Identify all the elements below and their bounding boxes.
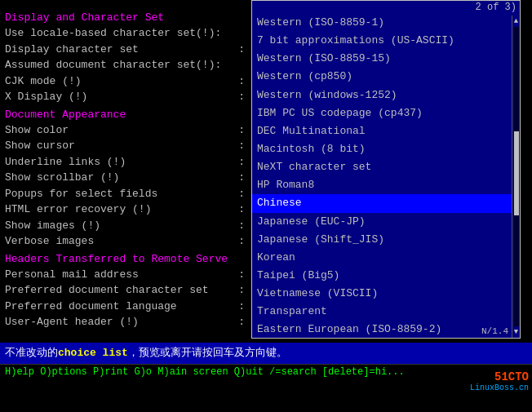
colon: : — [238, 122, 245, 139]
scrollbar[interactable]: ▲ ▼ — [512, 16, 520, 338]
page-indicator: 2 of 3) — [476, 2, 516, 13]
setting-row: Verbose images : — [5, 233, 246, 250]
colon: : — [238, 267, 245, 283]
version-badge: N/1.4 — [481, 326, 508, 336]
section-appearance-title: Document Appearance — [5, 109, 246, 121]
setting-row: CJK mode (!) : — [5, 73, 246, 90]
setting-label: Personal mail address — [5, 267, 237, 283]
scrollbar-track — [514, 27, 519, 326]
colon: : — [238, 218, 245, 234]
setting-label: Assumed document character set(!): — [5, 57, 246, 73]
setting-label: Preferred document character set — [5, 282, 237, 299]
colon: : — [238, 202, 245, 218]
setting-row: Preferred document language : — [5, 299, 246, 315]
setting-row: Display character set : — [5, 42, 246, 58]
section-headers-title: Headers Transferred to Remote Serve — [5, 253, 246, 265]
dropdown-item[interactable]: Taipei (Big5) — [252, 267, 520, 285]
setting-row: Show images (!) : — [5, 218, 246, 234]
colon: : — [238, 299, 245, 315]
dropdown-item[interactable]: Western (ISO-8859-1) — [252, 14, 520, 32]
dropdown-item[interactable]: Macintosh (8 bit) — [252, 140, 520, 158]
watermark-linuxboss: LinuxBoss.cn — [470, 383, 529, 392]
dropdown-list[interactable]: Western (ISO-8859-1)7 bit approximations… — [252, 14, 520, 334]
status-suffix: ，预览或离开请按回车及方向键。 — [128, 345, 287, 361]
setting-row: User-Agent header (!) : — [5, 314, 246, 330]
dropdown-item[interactable]: Western (cp850) — [252, 68, 520, 86]
scrollbar-thumb[interactable] — [514, 131, 519, 215]
dropdown-item[interactable]: NeXT character set — [252, 158, 520, 176]
dropdown-item[interactable]: Western (windows-1252) — [252, 86, 520, 104]
setting-row: Show cursor : — [5, 138, 246, 154]
colon: : — [238, 73, 245, 90]
colon: : — [238, 186, 245, 202]
setting-label: Display character set — [5, 42, 237, 58]
bottom-help-text: H)elp O)ptions P)rint G)o M)ain screen Q… — [5, 366, 405, 378]
watermarks: 51CTO LinuxBoss.cn — [470, 370, 529, 392]
colon: : — [238, 89, 245, 105]
setting-row: Use locale-based character set(!): — [5, 25, 246, 42]
setting-label: Preferred document language — [5, 299, 237, 315]
setting-label: Underline links (!) — [5, 154, 237, 171]
colon: : — [238, 282, 245, 299]
section-display-title: Display and Character Set — [5, 11, 246, 24]
setting-label: Show cursor — [5, 138, 237, 154]
colon: : — [238, 233, 245, 250]
left-panel: Display and Character Set Use locale-bas… — [0, 0, 251, 343]
dropdown-panel[interactable]: 2 of 3) Western (ISO-8859-1)7 bit approx… — [251, 0, 521, 339]
dropdown-item[interactable]: Western (ISO-8859-15) — [252, 50, 520, 68]
dropdown-item[interactable]: DEC Multinational — [252, 122, 520, 140]
setting-label: Verbose images — [5, 233, 237, 250]
bottom-bar: H)elp O)ptions P)rint G)o M)ain screen Q… — [0, 364, 532, 379]
setting-label: Show images (!) — [5, 218, 237, 234]
colon: : — [238, 42, 245, 58]
setting-row: Assumed document character set(!): — [5, 57, 246, 73]
setting-label: Popups for select fields — [5, 186, 237, 202]
dropdown-item[interactable]: IBM PC US codepage (cp437) — [252, 104, 520, 122]
setting-row: Underline links (!) : — [5, 154, 246, 171]
dropdown-item[interactable]: HP Roman8 — [252, 176, 520, 194]
setting-label: X Display (!) — [5, 89, 237, 105]
status-prefix: 不准改动的 — [5, 345, 58, 361]
setting-row: Preferred document character set : — [5, 282, 246, 299]
setting-row: Popups for select fields : — [5, 186, 246, 202]
setting-row: Personal mail address : — [5, 267, 246, 283]
main-area: Display and Character Set Use locale-bas… — [0, 0, 532, 343]
dropdown-item[interactable]: Japanese (Shift_JIS) — [252, 231, 520, 249]
scrollbar-up-arrow[interactable]: ▲ — [514, 17, 518, 25]
dropdown-item[interactable]: Vietnamese (VISCII) — [252, 285, 520, 303]
setting-label: HTML error recovery (!) — [5, 202, 237, 218]
colon: : — [238, 138, 245, 154]
setting-row: X Display (!) : — [5, 89, 246, 105]
status-bar: 不准改动的 choice list ，预览或离开请按回车及方向键。 — [0, 343, 532, 364]
colon: : — [238, 154, 245, 171]
setting-label: User-Agent header (!) — [5, 314, 237, 330]
dropdown-item[interactable]: Transparent — [252, 303, 520, 321]
colon: : — [238, 170, 245, 186]
status-highlight: choice list — [58, 345, 128, 361]
dropdown-header: 2 of 3) — [252, 1, 520, 14]
dropdown-item[interactable]: Chinese — [252, 194, 520, 212]
dropdown-item[interactable]: Japanese (EUC-JP) — [252, 213, 520, 231]
setting-label: Show scrollbar (!) — [5, 170, 237, 186]
setting-label: Show color — [5, 122, 237, 139]
setting-row: Show color : — [5, 122, 246, 139]
scrollbar-down-arrow[interactable]: ▼ — [514, 328, 518, 336]
setting-label: CJK mode (!) — [5, 73, 237, 90]
setting-row: Show scrollbar (!) : — [5, 170, 246, 186]
dropdown-item[interactable]: 7 bit approximations (US-ASCII) — [252, 32, 520, 50]
watermark-51cto: 51CTO — [470, 370, 529, 383]
dropdown-item[interactable]: Korean — [252, 249, 520, 267]
colon: : — [238, 314, 245, 330]
setting-label: Use locale-based character set(!): — [5, 25, 246, 42]
setting-row: HTML error recovery (!) : — [5, 202, 246, 218]
dropdown-item[interactable]: Eastern European (ISO-8859-2) — [252, 321, 520, 334]
